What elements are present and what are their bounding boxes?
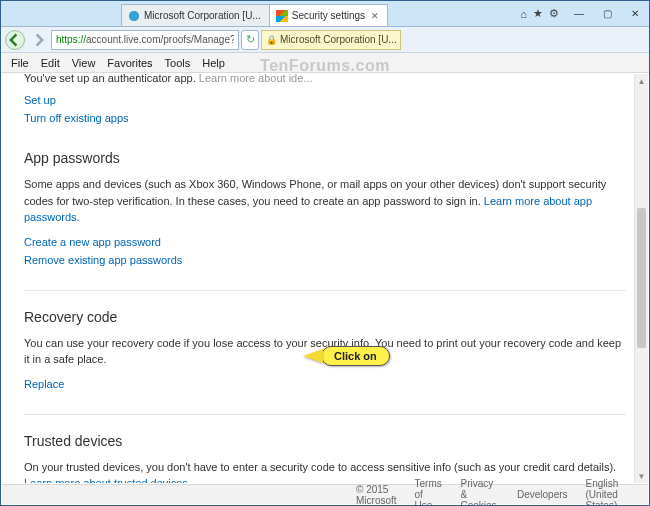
menu-tools[interactable]: Tools — [159, 56, 197, 70]
menu-favorites[interactable]: Favorites — [101, 56, 158, 70]
app-passwords-text: Some apps and devices (such as Xbox 360,… — [24, 176, 626, 226]
vertical-scrollbar[interactable]: ▲ ▼ — [634, 74, 648, 483]
menu-file[interactable]: File — [5, 56, 35, 70]
microsoft-icon — [276, 10, 288, 22]
learn-trusted-devices-link[interactable]: Learn more about trusted devices. — [24, 477, 191, 483]
close-tab-icon[interactable]: ✕ — [371, 11, 379, 21]
trusted-devices-text: On your trusted devices, you don't have … — [24, 459, 626, 484]
address-bar-row: https://account.live.com/proofs/Manage?m… — [1, 27, 649, 53]
minimize-button[interactable]: — — [565, 5, 593, 23]
copyright-text: © 2015 Microsoft — [356, 484, 397, 506]
tab-security-settings[interactable]: Security settings ✕ — [269, 4, 388, 26]
divider — [24, 414, 626, 415]
scroll-thumb[interactable] — [637, 208, 646, 348]
command-bar: ⌂ ★ ⚙ — [520, 1, 565, 26]
app-passwords-heading: App passwords — [24, 150, 626, 166]
footer-language-link[interactable]: English (United States) — [586, 478, 634, 506]
tab-microsoft-corp[interactable]: Microsoft Corporation [U... — [121, 4, 270, 26]
recovery-code-heading: Recovery code — [24, 309, 626, 325]
footer-terms-link[interactable]: Terms of Use — [415, 478, 443, 506]
menu-bar: File Edit View Favorites Tools Help — [1, 53, 649, 73]
forward-button[interactable] — [27, 30, 49, 50]
url-text: account.live.com/proofs/Manage?mkt=en-US — [86, 34, 234, 45]
back-button[interactable] — [5, 30, 25, 50]
scroll-up-icon[interactable]: ▲ — [635, 74, 648, 88]
page-footer: © 2015 Microsoft Terms of Use Privacy & … — [2, 484, 648, 504]
scroll-down-icon[interactable]: ▼ — [635, 469, 648, 483]
menu-view[interactable]: View — [66, 56, 102, 70]
window-controls: — ▢ ✕ — [565, 1, 649, 26]
setup-link[interactable]: Set up — [24, 94, 626, 106]
favorites-icon[interactable]: ★ — [533, 7, 543, 20]
remove-app-passwords-link[interactable]: Remove existing app passwords — [24, 254, 626, 266]
menu-help[interactable]: Help — [196, 56, 231, 70]
address-field[interactable]: https://account.live.com/proofs/Manage?m… — [51, 30, 239, 50]
divider — [24, 290, 626, 291]
identity-text: Microsoft Corporation [U... — [280, 34, 396, 45]
window-titlebar: Microsoft Corporation [U... Security set… — [1, 1, 649, 27]
maximize-button[interactable]: ▢ — [593, 5, 621, 23]
trusted-devices-heading: Trusted devices — [24, 433, 626, 449]
tab-label: Microsoft Corporation [U... — [144, 10, 261, 21]
refresh-button[interactable]: ↻ — [241, 30, 259, 50]
scroll-track[interactable] — [635, 88, 648, 469]
create-app-password-link[interactable]: Create a new app password — [24, 236, 626, 248]
tab-strip: Microsoft Corporation [U... Security set… — [1, 1, 520, 26]
url-scheme: https:// — [56, 34, 86, 45]
page-content: You've set up an authenticator app. Lear… — [2, 74, 648, 483]
footer-privacy-link[interactable]: Privacy & Cookies — [460, 478, 498, 506]
turn-off-apps-link[interactable]: Turn off existing apps — [24, 112, 626, 124]
menu-edit[interactable]: Edit — [35, 56, 66, 70]
close-window-button[interactable]: ✕ — [621, 5, 649, 23]
ie-icon — [128, 10, 140, 22]
site-identity[interactable]: 🔒 Microsoft Corporation [U... — [261, 30, 401, 50]
replace-recovery-link[interactable]: Replace — [24, 378, 626, 390]
recovery-code-text: You can use your recovery code if you lo… — [24, 335, 626, 368]
tab-label: Security settings — [292, 10, 365, 21]
footer-developers-link[interactable]: Developers — [517, 489, 568, 500]
tools-icon[interactable]: ⚙ — [549, 7, 559, 20]
lock-icon: 🔒 — [266, 35, 277, 45]
home-icon[interactable]: ⌂ — [520, 8, 527, 20]
authenticator-intro: You've set up an authenticator app. Lear… — [24, 74, 626, 84]
